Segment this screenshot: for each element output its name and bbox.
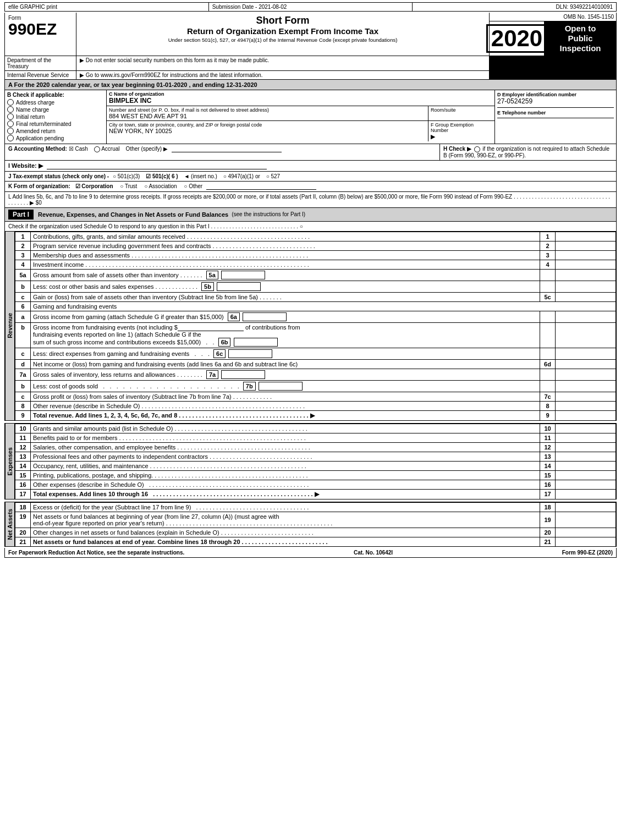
open-filler <box>490 71 616 79</box>
address-change-circle[interactable] <box>7 99 14 106</box>
final-return-label: Final return/terminated <box>16 121 72 127</box>
line-7a-desc: Gross sales of inventory, less returns a… <box>31 369 540 380</box>
line-20-desc: Other changes in net assets or fund bala… <box>31 528 540 537</box>
note1-row: ▶ Do not enter social security numbers o… <box>76 56 490 70</box>
line-7a-num: 7a <box>15 369 31 380</box>
revenue-row-7a: 7a Gross sales of inventory, less return… <box>15 369 616 380</box>
footer-left: For Paperwork Reduction Act Notice, see … <box>8 550 184 556</box>
part1-see-instructions: (see the instructions for Part I) <box>232 211 305 217</box>
line-13-value <box>556 452 616 461</box>
revenue-row-5a: 5a Gross amount from sale of assets othe… <box>15 269 616 281</box>
revenue-section-wrapper: Revenue 1 Contributions, gifts, grants, … <box>4 232 617 421</box>
revenue-label: Revenue <box>7 313 13 338</box>
line-20-num: 20 <box>15 528 31 537</box>
line-5c-desc: Gain or (loss) from sale of assets other… <box>31 292 540 301</box>
phone-label: E Telephone number <box>497 110 614 116</box>
line-6b-num: b <box>15 322 31 348</box>
line-11-value <box>556 433 616 442</box>
revenue-row-1: 1 Contributions, gifts, grants, and simi… <box>15 232 616 241</box>
j-527: ○ 527 <box>266 173 281 179</box>
initial-return-circle[interactable] <box>7 113 14 120</box>
line-13-num: 13 <box>15 452 31 461</box>
revenue-row-3: 3 Membership dues and assessments . . . … <box>15 250 616 260</box>
net-assets-table: 18 Excess or (deficit) for the year (Sub… <box>15 502 616 547</box>
line-8-desc: Other revenue (describe in Schedule O) .… <box>31 401 540 410</box>
exp-row-12: 12 Salaries, other compensation, and emp… <box>15 442 616 452</box>
k-label: K Form of organization: <box>8 183 70 189</box>
line-6d-num: d <box>15 359 31 369</box>
form-990ez: 990EZ <box>8 21 73 37</box>
address-change-label: Address charge <box>16 100 54 106</box>
line-9-num: 9 <box>15 410 31 420</box>
room-label: Room/suite <box>431 107 492 113</box>
open-box-2 <box>490 56 616 70</box>
g-accrual-circle[interactable] <box>94 146 100 152</box>
section-d: D Employer identification number 27-0524… <box>495 90 616 144</box>
expenses-table: 10 Grants and similar amounts paid (list… <box>15 424 616 499</box>
omb-number: OMB No. 1545-1150 <box>490 13 616 21</box>
public: Public <box>568 34 592 43</box>
form-org-row: K Form of organization: ☑ Corporation ○ … <box>4 182 617 192</box>
line-16-value <box>556 480 616 489</box>
top-header: efile GRAPHIC print Submission Date - 20… <box>4 2 617 12</box>
line-18-label: 18 <box>540 502 556 512</box>
check-application-pending: Application pending <box>7 135 104 141</box>
part1-header: Part I Revenue, Expenses, and Changes in… <box>4 208 617 222</box>
line-5b-value <box>556 281 616 292</box>
net-row-19: 19 Net assets or fund balances at beginn… <box>15 512 616 528</box>
line-6d-desc: Net income or (loss) from gaming and fun… <box>31 359 540 369</box>
dln-text: DLN: 93492214010091 <box>556 4 613 10</box>
line-7b-num: b <box>15 380 31 392</box>
line-6a-num: a <box>15 311 31 322</box>
section-g: G Accounting Method: ☒ Cash Accrual Othe… <box>5 144 440 160</box>
section-h: H Check ▶ if the organization is not req… <box>440 144 616 160</box>
org-name-value: BIMPLEX INC <box>109 97 492 105</box>
line-7a-label <box>540 369 556 380</box>
line-21-desc: Net assets or fund balances at end of ye… <box>31 537 540 546</box>
line-2-label: 2 <box>540 241 556 250</box>
line-1-desc: Contributions, gifts, grants, and simila… <box>31 232 540 241</box>
expenses-label: Expenses <box>7 447 13 475</box>
line-6b-value <box>556 322 616 348</box>
line-9-label: 9 <box>540 410 556 420</box>
j-501c3: ○ 501(c)(3) <box>113 173 140 179</box>
dept-name-text: Department of the Treasury <box>7 57 51 69</box>
line-8-value <box>556 401 616 410</box>
section-c: C Name of organization BIMPLEX INC Numbe… <box>107 90 495 144</box>
line-7c-value <box>556 392 616 401</box>
k-corp-checked: ☑ Corporation <box>75 183 113 189</box>
app-pending-label: Application pending <box>16 135 64 141</box>
revenue-row-4: 4 Investment income . . . . . . . . . . … <box>15 260 616 269</box>
net-row-20: 20 Other changes in net assets or fund b… <box>15 528 616 537</box>
efile-label: efile GRAPHIC print <box>5 3 209 11</box>
net-row-18: 18 Excess or (deficit) for the year (Sub… <box>15 502 616 512</box>
line-7b-label <box>540 380 556 392</box>
line-1-num: 1 <box>15 232 31 241</box>
line-9-value <box>556 410 616 420</box>
section-b: B Check if applicable: Address charge Na… <box>5 90 107 144</box>
final-return-circle[interactable] <box>7 120 14 127</box>
line-10-desc: Grants and similar amounts paid (list in… <box>31 424 540 433</box>
line-6c-num: c <box>15 348 31 359</box>
line-13-label: 13 <box>540 452 556 461</box>
j-label: J Tax-exempt status (check only one) - <box>8 173 109 179</box>
revenue-row-7c: c Gross profit or (loss) from sales of i… <box>15 392 616 401</box>
line-2-num: 2 <box>15 241 31 250</box>
amended-return-circle[interactable] <box>7 128 14 134</box>
submission-date: Submission Date - 2021-08-02 <box>209 3 413 11</box>
ein-label: D Employer identification number <box>497 92 614 97</box>
app-pending-circle[interactable] <box>7 135 14 141</box>
line-6c-value <box>556 348 616 359</box>
short-form-title: Short Form <box>79 15 487 26</box>
g-cash-check: ☒ <box>69 146 74 152</box>
line-6d-value <box>556 359 616 369</box>
h-circle[interactable] <box>474 146 480 152</box>
line-21-num: 21 <box>15 537 31 546</box>
line-1-label: 1 <box>540 232 556 241</box>
line-19-num: 19 <box>15 512 31 528</box>
line-18-value <box>556 502 616 512</box>
revenue-row-6d: d Net income or (loss) from gaming and f… <box>15 359 616 369</box>
name-change-circle[interactable] <box>7 106 14 113</box>
efile-text: efile GRAPHIC print <box>8 4 57 10</box>
line-14-num: 14 <box>15 461 31 470</box>
